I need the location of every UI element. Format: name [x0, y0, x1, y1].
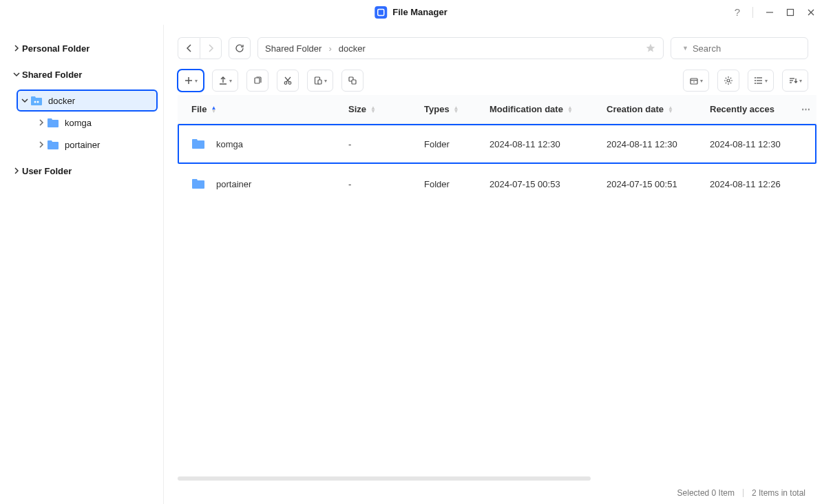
file-accessed: 2024-08-11 12:30 [704, 139, 796, 149]
sidebar-label: Shared Folder [22, 70, 155, 80]
sidebar: Personal Folder Shared Folder docker kom… [0, 25, 164, 504]
sidebar-root-shared[interactable]: Shared Folder [8, 63, 158, 85]
sidebar-root-personal[interactable]: Personal Folder [8, 37, 158, 59]
refresh-button[interactable] [229, 37, 251, 59]
svg-point-5 [34, 101, 36, 103]
help-icon[interactable]: ? [735, 6, 740, 18]
file-type: Folder [419, 179, 484, 189]
settings-button[interactable] [717, 70, 739, 92]
file-name: komga [216, 139, 243, 149]
svg-rect-19 [352, 80, 356, 84]
file-size: - [343, 139, 419, 149]
duplicate-button[interactable] [341, 70, 363, 92]
paste-button[interactable]: ▾ [307, 70, 333, 92]
column-header-types[interactable]: Types ▲▼ [419, 104, 484, 114]
file-modified: 2024-07-15 00:53 [484, 179, 601, 189]
scrollbar-thumb[interactable] [178, 476, 591, 481]
chevron-down-icon: ▾ [799, 78, 802, 84]
chevron-right-icon [11, 167, 22, 174]
svg-point-27 [755, 77, 756, 78]
svg-rect-11 [255, 78, 260, 83]
titlebar: File Manager ? [0, 0, 822, 25]
chevron-down-icon [11, 71, 22, 78]
chevron-right-icon: › [328, 43, 331, 54]
column-header-access[interactable]: Recently acces [704, 104, 796, 114]
folder-icon [47, 140, 59, 150]
sidebar-label: docker [48, 96, 155, 106]
breadcrumb-item[interactable]: docker [339, 43, 366, 54]
file-modified: 2024-08-11 12:30 [484, 139, 601, 149]
file-created: 2024-08-11 12:30 [601, 139, 704, 149]
create-button[interactable]: ▾ [178, 70, 204, 92]
breadcrumb-item[interactable]: Shared Folder [265, 43, 322, 54]
sort-icon: ▲▼ [454, 106, 459, 113]
maximize-button[interactable] [786, 8, 794, 17]
toolbar-actions: ▾ ▾ ▾ ▾ [164, 63, 822, 95]
window-title: File Manager [392, 7, 447, 17]
table-row[interactable]: portainer - Folder 2024-07-15 00:53 2024… [178, 164, 816, 204]
svg-rect-17 [318, 80, 322, 84]
table-row[interactable]: komga - Folder 2024-08-11 12:30 2024-08-… [178, 124, 816, 164]
column-header-size[interactable]: Size ▲▼ [343, 104, 419, 114]
file-list: File ▲▼ Size ▲▼ Types ▲▼ Modification da… [164, 95, 822, 476]
file-size: - [343, 179, 419, 189]
table-header: File ▲▼ Size ▲▼ Types ▲▼ Modification da… [178, 95, 816, 124]
sidebar-label: komga [65, 118, 155, 128]
copy-button[interactable] [246, 70, 268, 92]
upload-button[interactable]: ▾ [212, 70, 238, 92]
svg-point-29 [755, 83, 756, 84]
column-header-creation[interactable]: Creation date ▲▼ [601, 104, 704, 114]
toolbar-nav: Shared Folder › docker ▼ [164, 25, 822, 63]
nav-buttons [178, 37, 222, 59]
sort-icon: ▲▼ [567, 106, 573, 113]
folder-shared-icon [30, 96, 43, 106]
column-header-modification[interactable]: Modification date ▲▼ [484, 104, 601, 114]
chevron-right-icon [36, 119, 47, 126]
view-list-button[interactable]: ▾ [748, 70, 774, 92]
search-box[interactable]: ▼ [671, 37, 808, 59]
file-created: 2024-07-15 00:51 [601, 179, 704, 189]
chevron-right-icon [36, 141, 47, 148]
divider [743, 489, 744, 497]
search-input[interactable] [693, 43, 808, 54]
file-name: portainer [216, 179, 251, 189]
statusbar: Selected 0 Item 2 Items in total [164, 482, 822, 504]
archive-button[interactable]: ▾ [683, 70, 709, 92]
window-controls: ? [735, 6, 815, 18]
chevron-down-icon: ▾ [195, 78, 198, 84]
favorite-icon[interactable] [645, 43, 656, 54]
main: Personal Folder Shared Folder docker kom… [0, 25, 822, 504]
file-type: Folder [419, 139, 484, 149]
divider [752, 7, 753, 18]
svg-point-23 [727, 79, 730, 82]
chevron-down-icon: ▾ [229, 78, 232, 84]
file-accessed: 2024-08-11 12:26 [704, 179, 796, 189]
sort-icon: ▲▼ [211, 106, 216, 113]
close-button[interactable] [807, 8, 815, 17]
cut-button[interactable] [277, 70, 299, 92]
chevron-down-icon: ▾ [700, 78, 703, 84]
sidebar-label: Personal Folder [22, 43, 155, 54]
folder-icon [191, 138, 205, 149]
sidebar-label: User Folder [22, 166, 155, 176]
minimize-button[interactable] [766, 8, 774, 17]
forward-button[interactable] [200, 37, 222, 59]
svg-rect-2 [788, 9, 794, 15]
folder-icon [191, 178, 205, 189]
svg-rect-20 [691, 78, 697, 84]
svg-rect-0 [378, 9, 384, 15]
horizontal-scrollbar[interactable] [178, 476, 808, 482]
column-menu[interactable]: ⋯ [796, 104, 816, 114]
back-button[interactable] [178, 37, 200, 59]
sidebar-item-docker[interactable]: docker [17, 90, 158, 112]
sidebar-label: portainer [65, 140, 155, 150]
sort-button[interactable]: ▾ [782, 70, 808, 92]
column-header-file[interactable]: File ▲▼ [178, 104, 343, 114]
sidebar-root-user[interactable]: User Folder [8, 160, 158, 182]
sidebar-item-portainer[interactable]: portainer [33, 134, 158, 156]
sort-icon: ▲▼ [668, 106, 673, 113]
chevron-down-icon[interactable]: ▼ [682, 45, 688, 52]
status-selected: Selected 0 Item [677, 488, 735, 498]
content: Shared Folder › docker ▼ ▾ [164, 25, 822, 504]
sidebar-item-komga[interactable]: komga [33, 112, 158, 134]
